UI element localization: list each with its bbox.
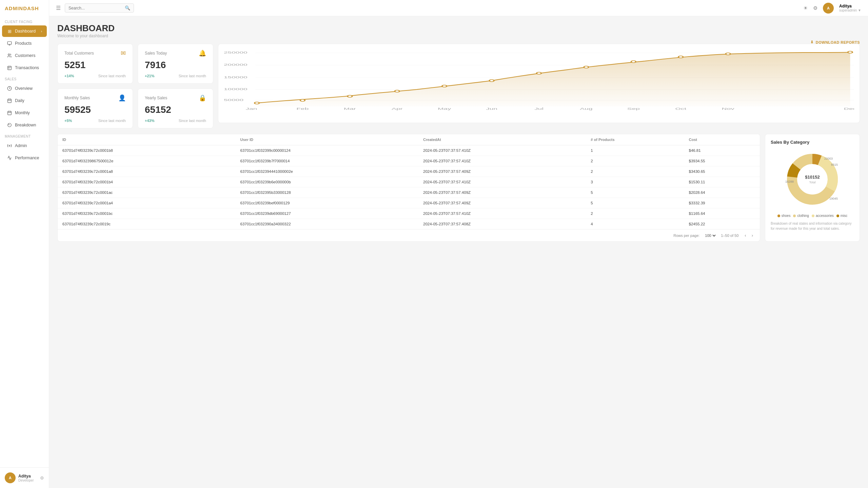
topbar: ☰ 🔍 ☀ ⚙ A Aditya superadmin ▼ — [49, 0, 868, 16]
svg-point-25 — [584, 66, 589, 68]
pagination-nav: ‹ › — [743, 232, 755, 239]
page-subtitle: Welcome to your dashboard — [57, 34, 860, 38]
stat-label: Monthly Sales — [64, 96, 90, 100]
cell-cost: $3430.65 — [684, 166, 760, 177]
svg-text:Jun: Jun — [486, 107, 497, 110]
sidebar-item-overview[interactable]: Overview — [2, 83, 47, 94]
page-header: DASHBOARD Welcome to your dashboard — [57, 23, 860, 38]
sidebar-item-customers[interactable]: Customers — [2, 50, 47, 61]
sidebar-item-label: Admin — [15, 143, 27, 148]
sidebar-item-monthly[interactable]: Monthly — [2, 107, 47, 119]
cell-createdat: 2024-05-23T07:37:57.410Z — [418, 177, 586, 187]
svg-text:Apr: Apr — [392, 107, 403, 110]
svg-text:22003: 22003 — [824, 157, 833, 160]
next-page-button[interactable]: › — [750, 232, 755, 239]
legend-dot-accessories — [812, 215, 814, 217]
topbar-user-role: superadmin ▼ — [839, 8, 861, 12]
sidebar-item-transactions[interactable]: Transactions — [2, 62, 47, 74]
sidebar-item-breakdown[interactable]: Breakdown — [2, 119, 47, 131]
products-icon — [7, 41, 12, 46]
svg-point-29 — [848, 51, 852, 53]
table-wrapper[interactable]: ID User ID CreatedAt # of Products Cost … — [58, 134, 760, 229]
top-row: Total Customers ✉ 5251 +14% Since last m… — [57, 44, 860, 128]
sidebar-item-label: Overview — [15, 86, 33, 91]
breakdown-icon — [7, 122, 12, 128]
download-reports-button[interactable]: ⬇ DOWNLOAD REPORTS — [810, 40, 860, 44]
svg-rect-2 — [8, 66, 12, 70]
cell-id: 63701d74f03239c72c0001a8 — [58, 166, 236, 177]
rows-select[interactable]: 100 50 25 — [704, 233, 717, 238]
cell-cost: $46.81 — [684, 145, 760, 156]
svg-text:250000: 250000 — [224, 51, 248, 54]
sun-icon[interactable]: ☀ — [803, 5, 808, 11]
svg-text:200000: 200000 — [224, 63, 248, 66]
svg-text:19045: 19045 — [829, 197, 838, 200]
svg-text:16288: 16288 — [785, 180, 794, 183]
donut-svg: $10152 Total 6515 19045 16288 22003 — [782, 149, 843, 210]
logo: ADMINDASH — [0, 0, 49, 17]
cell-products: 2 — [586, 166, 684, 177]
svg-rect-4 — [8, 99, 12, 103]
cell-id: 63701d74f03239c72c0001ac — [58, 187, 236, 198]
bottom-row: ID User ID CreatedAt # of Products Cost … — [57, 134, 860, 242]
svg-text:Total: Total — [809, 181, 815, 184]
cell-id: 63701d74f03239c72c0001b8 — [58, 145, 236, 156]
stat-change: +21% — [145, 74, 154, 78]
svg-point-23 — [489, 80, 494, 82]
cell-products: 2 — [586, 208, 684, 219]
sidebar-avatar: A — [5, 472, 16, 483]
sidebar-item-daily[interactable]: Daily — [2, 95, 47, 106]
sidebar-item-admin[interactable]: Admin — [2, 140, 47, 151]
stat-value: 5251 — [64, 60, 126, 70]
cell-products: 5 — [586, 198, 684, 208]
cell-userid: 63701cc1f03239db69000127 — [236, 208, 419, 219]
section-label-management: Management — [0, 131, 49, 140]
cell-cost: $3332.39 — [684, 198, 760, 208]
gear-icon[interactable]: ⚙ — [813, 5, 817, 11]
sidebar-item-label: Dashboard — [15, 29, 36, 34]
stat-since: Since last month — [179, 119, 206, 123]
sidebar-bottom: A Aditya Developer ⚙ — [0, 467, 49, 488]
cell-userid: 63701cc1f032399c00000124 — [236, 145, 419, 156]
stat-card-total-customers: Total Customers ✉ 5251 +14% Since last m… — [57, 44, 133, 84]
monthly-icon — [7, 110, 12, 116]
prev-page-button[interactable]: ‹ — [743, 232, 748, 239]
svg-text:Dec: Dec — [844, 107, 854, 110]
svg-text:Nov: Nov — [722, 107, 734, 110]
svg-text:Oct: Oct — [675, 107, 687, 110]
svg-text:$10152: $10152 — [805, 175, 820, 180]
table-row: 63701d74f03239c72c0001a4 63701cc1f03239b… — [58, 198, 760, 208]
dashboard-icon: ⊞ — [7, 28, 12, 34]
cell-id: 63701d74f03239c72c0001bc — [58, 208, 236, 219]
daily-icon — [7, 98, 12, 103]
transactions-table-card: ID User ID CreatedAt # of Products Cost … — [57, 134, 760, 242]
sidebar-item-performance[interactable]: Performance — [2, 152, 47, 164]
sidebar-user-info: Aditya Developer — [18, 474, 34, 482]
stat-icon-mail: ✉ — [121, 49, 126, 57]
cell-userid: 63701cc1f03239b7f7000014 — [236, 156, 419, 166]
cell-cost: $2455.22 — [684, 219, 760, 229]
stat-value: 65152 — [145, 104, 206, 115]
rows-per-page-label: Rows per page: — [673, 233, 699, 238]
settings-gear-icon[interactable]: ⚙ — [40, 475, 44, 481]
svg-text:Jul: Jul — [534, 107, 544, 110]
sidebar-item-products[interactable]: Products — [2, 38, 47, 49]
sidebar-item-label: Performance — [15, 156, 39, 160]
cell-createdat: 2024-05-23T07:37:57.409Z — [418, 187, 586, 198]
menu-icon[interactable]: ☰ — [56, 5, 61, 11]
col-header-id: ID — [58, 134, 236, 145]
svg-point-7 — [9, 145, 10, 146]
sidebar-user-name: Aditya — [18, 474, 34, 479]
topbar-right: ☀ ⚙ A Aditya superadmin ▼ — [803, 3, 861, 14]
cell-userid: 63701cc1f03239bef0000129 — [236, 198, 419, 208]
svg-point-26 — [631, 61, 636, 63]
svg-text:May: May — [438, 107, 451, 110]
search-box[interactable]: 🔍 — [65, 3, 134, 13]
sidebar-item-dashboard[interactable]: ⊞ Dashboard › — [2, 25, 47, 37]
table-row: 63701d74f03239c72c0019c 63701cc1f032390a… — [58, 219, 760, 229]
table-row: 63701d74f03239c72c0001a8 63701cc1f032394… — [58, 166, 760, 177]
table-row: 63701d74f03239c72c0001b8 63701cc1f032399… — [58, 145, 760, 156]
rows-per-page-selector[interactable]: 100 50 25 — [704, 233, 717, 238]
stat-value: 59525 — [64, 104, 126, 115]
search-input[interactable] — [68, 6, 123, 11]
